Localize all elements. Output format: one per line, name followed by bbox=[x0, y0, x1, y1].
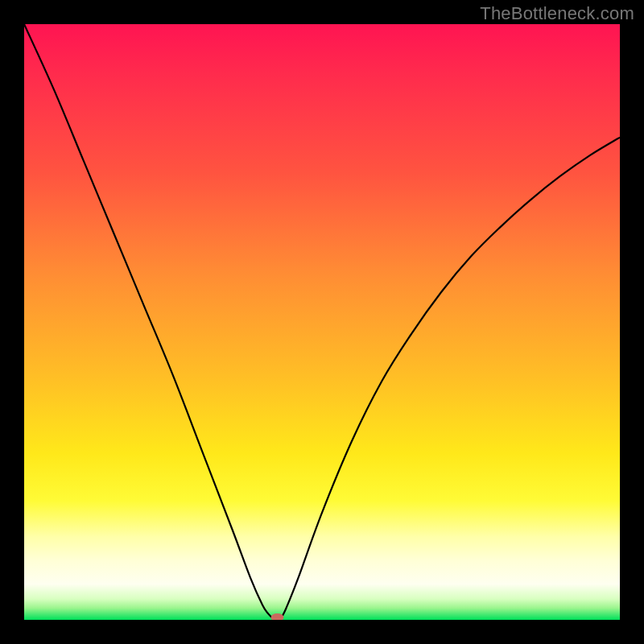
curve-right-branch bbox=[280, 138, 620, 620]
watermark-text: TheBottleneck.com bbox=[480, 3, 634, 24]
chart-frame: TheBottleneck.com bbox=[0, 0, 644, 644]
plot-area bbox=[24, 24, 620, 620]
bottleneck-curve bbox=[24, 24, 620, 620]
curve-left-branch bbox=[24, 24, 275, 620]
minimum-marker bbox=[271, 613, 284, 620]
